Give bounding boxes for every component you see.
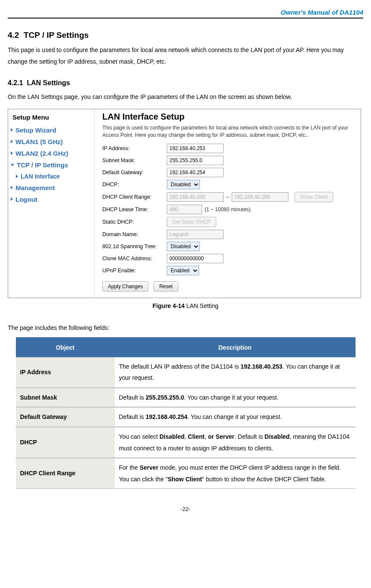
header-object: Object (16, 338, 115, 357)
input-range-end[interactable] (232, 192, 288, 202)
lan-settings-screenshot: Setup Menu Setup Wizard WLAN1 (5 GHz) WL… (8, 109, 361, 299)
show-client-button[interactable]: Show Client (294, 192, 333, 202)
section-heading: 4.2 TCP / IP Settings (8, 31, 363, 40)
input-clone-mac[interactable] (167, 254, 224, 263)
menu-label: WLAN2 (2.4 GHz) (15, 150, 68, 157)
input-subnet-mask[interactable] (167, 156, 224, 165)
button-row: Apply Changes Reset (102, 281, 353, 292)
menu-item-management[interactable]: Management (8, 182, 94, 194)
setup-menu-title: Setup Menu (8, 111, 94, 124)
caret-down-icon (11, 164, 14, 166)
panel-title: LAN Interface Setup (102, 112, 353, 122)
table-row: IP AddressThe default LAN IP address of … (16, 357, 356, 388)
caret-right-icon (11, 186, 13, 189)
row-dhcp: DHCP: Disabled (102, 180, 353, 189)
row-spanning: 802.1d Spanning Tree: Disabled (102, 242, 353, 251)
lease-hint: (1 ~ 10080 minutes) (205, 206, 251, 212)
label-ip: IP Address: (102, 145, 167, 151)
setup-menu-panel: Setup Menu Setup Wizard WLAN1 (5 GHz) WL… (8, 109, 95, 298)
row-gateway: Default Gateway: (102, 168, 353, 177)
cell-object: Subnet Mask (16, 388, 115, 407)
subsection-heading: 4.2.1 LAN Settings (8, 79, 363, 87)
figure-label: Figure 4-14 (153, 302, 185, 309)
cell-description: Default is 192.168.40.254. You can chang… (115, 407, 356, 427)
cell-description: Default is 255.255.255.0. You can change… (115, 388, 356, 407)
figure-caption: Figure 4-14 LAN Setting (8, 302, 363, 309)
section-number: 4.2 (8, 31, 19, 40)
section-body: This page is used to configure the param… (8, 44, 363, 67)
range-dash: – (226, 194, 229, 200)
menu-label: Management (15, 184, 55, 191)
fields-table: Object Description IP AddressThe default… (16, 337, 356, 489)
input-range-start[interactable] (167, 192, 224, 202)
header-rule (8, 18, 363, 18)
table-row: Default GatewayDefault is 192.168.40.254… (16, 407, 356, 427)
label-subnet: Subnet Mask: (102, 157, 167, 163)
document-header: Owner's Manual of DA1104 (8, 9, 363, 16)
table-row: Subnet MaskDefault is 255.255.255.0. You… (16, 388, 356, 407)
cell-description: For the Server mode, you must enter the … (115, 458, 356, 489)
set-static-dhcp-button[interactable]: Set Static DHCP (167, 217, 216, 227)
cell-description: You can select Disabled, Client, or Serv… (115, 427, 356, 458)
menu-item-lan-interface[interactable]: LAN Interface (8, 171, 94, 182)
menu-label: Logout (15, 196, 37, 203)
subsection-number: 4.2.1 (8, 79, 23, 86)
label-gateway: Default Gateway: (102, 169, 167, 175)
select-upnp[interactable]: Enabled (167, 266, 199, 275)
input-lease-time[interactable] (167, 205, 202, 214)
header-description: Description (115, 338, 356, 357)
input-default-gateway[interactable] (167, 168, 224, 177)
caret-right-icon (11, 140, 13, 143)
apply-changes-button[interactable]: Apply Changes (102, 281, 148, 292)
label-range: DHCP Client Range: (102, 194, 167, 200)
row-domain: Domain Name: (102, 230, 353, 239)
menu-item-setup-wizard[interactable]: Setup Wizard (8, 124, 94, 136)
label-domain: Domain Name: (102, 231, 167, 237)
reset-button[interactable]: Reset (153, 281, 178, 292)
label-lease: DHCP Lease Time: (102, 206, 167, 212)
lan-interface-panel: LAN Interface Setup This page is used to… (95, 109, 361, 298)
row-clone: Clone MAC Address: (102, 254, 353, 263)
row-dhcp-range: DHCP Client Range: – Show Client (102, 192, 353, 202)
subsection-title: LAN Settings (27, 79, 70, 86)
table-row: DHCP Client RangeFor the Server mode, yo… (16, 458, 356, 489)
page-number: -22- (8, 506, 363, 512)
cell-object: DHCP (16, 427, 115, 458)
select-spanning-tree[interactable]: Disabled (167, 242, 200, 251)
label-clone: Clone MAC Address: (102, 256, 167, 262)
menu-label: LAN Interface (21, 173, 60, 180)
select-dhcp[interactable]: Disabled (167, 180, 200, 189)
label-static: Static DHCP: (102, 219, 167, 225)
menu-label: TCP / IP Settings (17, 161, 68, 169)
menu-item-wlan2[interactable]: WLAN2 (2.4 GHz) (8, 148, 94, 159)
menu-label: Setup Wizard (15, 126, 56, 134)
menu-item-logout[interactable]: Logout (8, 194, 94, 205)
row-lease: DHCP Lease Time: (1 ~ 10080 minutes) (102, 205, 353, 214)
table-row: DHCPYou can select Disabled, Client, or … (16, 427, 356, 458)
row-ip: IP Address: (102, 144, 353, 153)
cell-description: The default LAN IP address of the DA1104… (115, 357, 356, 388)
cell-object: Default Gateway (16, 407, 115, 427)
fields-intro: The page includes the following fields: (8, 322, 363, 334)
label-upnp: UPnP Enable: (102, 268, 167, 274)
cell-object: IP Address (16, 357, 115, 388)
label-dhcp: DHCP: (102, 182, 167, 188)
row-static-dhcp: Static DHCP: Set Static DHCP (102, 217, 353, 227)
cell-object: DHCP Client Range (16, 458, 115, 489)
figure-name: LAN Setting (186, 302, 218, 309)
panel-description: This page is used to configure the param… (102, 124, 353, 139)
subsection-body: On the LAN Settings page, you can config… (8, 91, 363, 103)
input-domain-name[interactable] (167, 230, 224, 239)
input-ip-address[interactable] (167, 144, 224, 153)
menu-item-wlan1[interactable]: WLAN1 (5 GHz) (8, 136, 94, 148)
caret-right-icon (11, 128, 13, 132)
caret-right-icon (16, 175, 18, 178)
caret-right-icon (11, 197, 13, 201)
menu-label: WLAN1 (5 GHz) (15, 138, 63, 145)
label-spanning: 802.1d Spanning Tree: (102, 243, 167, 249)
caret-right-icon (11, 151, 13, 155)
section-title: TCP / IP Settings (24, 31, 89, 40)
row-subnet: Subnet Mask: (102, 156, 353, 165)
row-upnp: UPnP Enable: Enabled (102, 266, 353, 275)
menu-item-tcpip[interactable]: TCP / IP Settings (8, 159, 94, 171)
